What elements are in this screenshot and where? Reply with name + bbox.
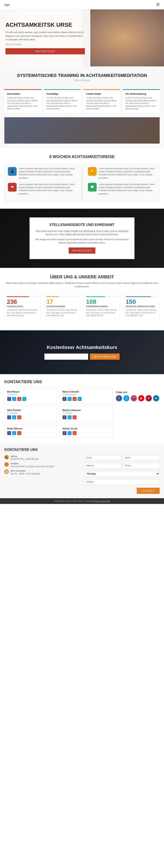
kurs-email-input[interactable] [44, 353, 88, 360]
stat-desc-1: Sample text. Click to select the text bo… [7, 309, 38, 317]
navigation: logo ☰ [0, 0, 164, 9]
contact-tw-icon-4[interactable]: t [68, 415, 72, 419]
footer-email-input[interactable] [84, 455, 121, 461]
contact-fb-icon-2[interactable]: f [63, 397, 67, 401]
social-ig-icon[interactable]: 📷 [131, 395, 137, 401]
footer-hours-item: 🕐 Büro & Stunden Mon-Fri ...09:00 – 20:0… [4, 469, 80, 475]
kurs-section: Kostenloser Achtsamkeitskurs REGISTRIERE… [0, 330, 164, 374]
weeks-right: 🔔 Lorem praesent ullamsrper justo, dui t… [88, 167, 156, 198]
contact-gp-icon-3[interactable]: g [17, 415, 21, 419]
footer-subject-input[interactable] [84, 479, 160, 485]
contact-gp-icon-1[interactable]: g [17, 397, 21, 401]
about-subtitle: Ante metus dictum at tempor commodo ulla… [4, 281, 160, 288]
social-li-icon[interactable]: in [153, 395, 159, 401]
kontakt-grid: Bob Braun Ashmed inc. f t g s Maria Schm… [4, 388, 160, 438]
contact-fb-icon-6[interactable]: f [63, 431, 67, 435]
contact-gp-icon-4[interactable]: g [73, 415, 77, 419]
clock-icon: 🕐 [4, 469, 9, 474]
contact-gp-icon-2[interactable]: g [73, 397, 77, 401]
training-card-3: Lokale Köpfe Ut enim ad minim veniam, qu… [83, 89, 120, 113]
weeks-item-4: 💬 Lorem praesent ullamsrper justo, dui t… [88, 183, 156, 195]
contact-tw-icon-2[interactable]: t [68, 397, 72, 401]
contact-tw-icon-6[interactable]: t [68, 431, 72, 435]
footer-name-input[interactable] [123, 455, 160, 461]
contact-fb-icon-3[interactable]: f [7, 415, 11, 419]
training-credit: Bild von Freepik [4, 79, 160, 82]
contact-gp-icon-5[interactable]: g [17, 431, 21, 435]
stat-card-3: 108 ZUFRIEDENE KUNDEN Sample text. Click… [84, 293, 120, 320]
stellen-content: STELLENANGEBOTE UND EHRENAMT Amet luctus… [0, 209, 164, 268]
map-icon: 📍 [4, 462, 9, 467]
contact-tw-icon-1[interactable]: t [12, 397, 16, 401]
about-section: ÜBER UNS & UNSERE ARBEIT Ante metus dict… [0, 268, 164, 330]
contact-gp-icon-6[interactable]: g [73, 431, 77, 435]
hero-title: ACHTSAMKEITSK URSE [5, 22, 85, 28]
footer-submit-button[interactable]: SCHICKEN [137, 488, 160, 494]
stats-row: 236 TASSEN KAFFEE Sample text. Click to … [4, 293, 160, 320]
contact-sk-icon-1[interactable]: s [22, 397, 26, 401]
training-section: SYSTEMATISCHES TRAINING IN ACHTSAMKEITSM… [0, 66, 164, 148]
social-pi-icon[interactable]: P [146, 395, 152, 401]
stellen-title: STELLENANGEBOTE UND EHRENAMT [35, 223, 129, 227]
footer-bottom-link[interactable]: Click to select Text [94, 500, 110, 502]
social-tw-icon[interactable]: t [123, 395, 129, 401]
footer-form: Message SCHICKEN [84, 455, 160, 494]
kontakt-title: KONTAKTIERE UNS [4, 380, 160, 384]
training-card-1-title: Information [7, 93, 39, 95]
training-card-4: Die Unterstützung Ut enim ad minim venia… [123, 89, 160, 113]
contact-name-2: Maria Schmidt [63, 391, 110, 393]
nav-menu-icon[interactable]: ☰ [156, 2, 160, 7]
footer-phone-numbers: 1(234) 567-891, 1(234) 987-654 [10, 458, 39, 460]
weeks-left: 📱 Lorem praesent ullamsrper justo, dui t… [8, 167, 76, 198]
contact-icons-3: f t g [7, 415, 55, 419]
hero-cta-button[interactable]: WEITERLESEN [5, 48, 85, 54]
contact-name-6: Adrian Scold [63, 427, 110, 430]
stat-label-4: PROJEKTE ABGESCHLOSSEN [126, 305, 157, 308]
footer-address-label: Standort [10, 463, 18, 465]
weeks-text-4: Lorem praesent ullamsrper justo, dui tin… [99, 183, 156, 195]
contact-fb-icon-4[interactable]: f [63, 415, 67, 419]
kurs-register-button[interactable]: REGISTRIEREN SIE [90, 353, 119, 360]
contact-role-2: Graphicdesigner [63, 394, 110, 396]
phone-icon: 📞 [4, 455, 9, 459]
social-yt-icon[interactable]: ▶ [138, 395, 144, 401]
contact-fb-icon-5[interactable]: f [7, 431, 11, 435]
contact-tw-icon-3[interactable]: t [12, 415, 16, 419]
weeks-text-2: Lorem praesent ullamsrper justo, dui tin… [19, 183, 76, 195]
footer-hours-value: Mon-Fri ...09:00 – 20:00 Samstag [10, 472, 40, 475]
footer-contact-col: 📞 Call Us 1(234) 567-891, 1(234) 987-654… [4, 455, 80, 494]
training-title: SYSTEMATISCHES TRAINING IN ACHTSAMKEITSM… [4, 73, 160, 78]
stat-label-3: ZUFRIEDENE KUNDEN [86, 305, 118, 308]
footer-phone-item: 📞 Call Us 1(234) 567-891, 1(234) 987-654 [4, 455, 80, 461]
hero-people-photo [82, 9, 164, 66]
stat-card-2: 17 AUSZEICHNUNGEN Sample text. Click to … [44, 293, 80, 320]
contact-tw-icon-5[interactable]: t [12, 431, 16, 435]
contact-icons-2: f t g s [63, 397, 110, 401]
weeks-icon-3: 🔔 [88, 167, 97, 176]
contact-icons-4: f t g [63, 415, 110, 419]
weeks-title: 8 WOCHEN ACHTSAMKEITSREISE [4, 155, 160, 159]
kurs-title: Kostenloser Achtsamkeitskurs [44, 345, 119, 350]
stat-card-4: 150 PROJEKTE ABGESCHLOSSEN Sample text. … [123, 293, 160, 320]
social-fb-icon[interactable]: f [116, 395, 122, 401]
contact-sk-icon-2[interactable]: s [78, 397, 82, 401]
contact-role-4: UI Designer [63, 412, 110, 414]
contact-role-1: Ashmed inc. [7, 394, 55, 396]
stellen-btn[interactable]: WEITERLESEN [69, 247, 95, 254]
contact-name-5: Betty Nilsson [7, 427, 55, 430]
stat-bar-2 [46, 296, 78, 297]
footer-address-text: Standort 123 Rock Street, 21 Avenue, New… [10, 462, 54, 468]
training-image-strip [4, 117, 160, 144]
contact-fb-icon-1[interactable]: f [7, 397, 11, 401]
footer-address-input[interactable] [84, 463, 121, 468]
kontakt-right: Folge uns f t 📷 ▶ P in [116, 388, 160, 438]
stat-num-2: 17 [46, 298, 78, 305]
hero-overlay: ACHTSAMKEITSK URSE Ut enim ad minim veni… [0, 9, 90, 66]
training-card-4-title: Die Unterstützung [125, 93, 157, 95]
nav-logo: logo [4, 3, 10, 6]
footer-message-select[interactable]: Message [84, 471, 160, 477]
contact-card-1: Bob Braun Ashmed inc. f t g s [4, 388, 57, 404]
footer-phone-input[interactable] [123, 463, 160, 468]
footer-bottom-text: Sample text. Click to select Text. © Cop… [54, 500, 93, 502]
stat-card-1: 236 TASSEN KAFFEE Sample text. Click to … [4, 293, 41, 320]
